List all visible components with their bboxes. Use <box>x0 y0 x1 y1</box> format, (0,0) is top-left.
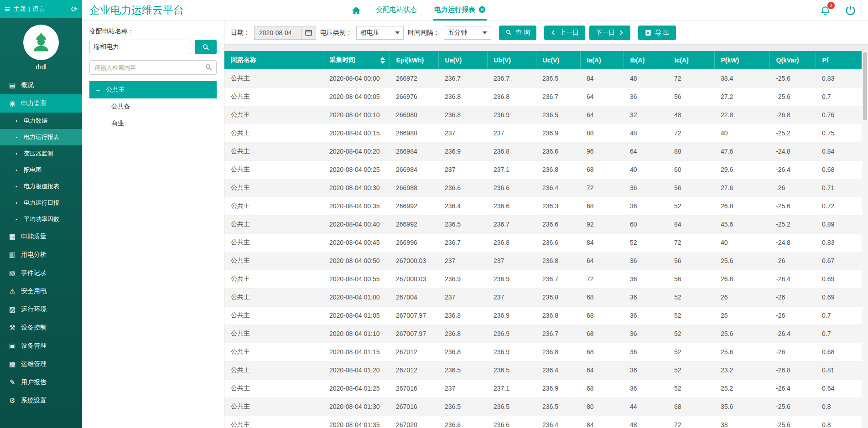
logout-button[interactable] <box>845 5 856 16</box>
sidebar-item[interactable]: ▦ 电能质量 <box>0 227 82 246</box>
column-header[interactable]: Ua(V) <box>438 51 487 69</box>
notifications-button[interactable]: 3 <box>820 5 831 16</box>
table-row[interactable]: 公共主 2020-08-04 00:30 266988 236.6 236.6 … <box>224 179 862 197</box>
table-row[interactable]: 公共主 2020-08-04 01:35 267020 236.6 236.6 … <box>224 416 862 428</box>
table-row[interactable]: 公共主 2020-08-04 00:15 266980 237 237 236.… <box>224 124 862 142</box>
column-header-label: Ic(A) <box>675 57 689 64</box>
safe-electricity-icon: ⚠ <box>8 287 16 295</box>
tab[interactable]: 变配电站状态 <box>375 0 418 21</box>
table-row[interactable]: 公共主 2020-08-04 00:45 266996 236.7 236.8 … <box>224 233 862 252</box>
table-row[interactable]: 公共主 2020-08-04 01:05 267007.97 236.8 236… <box>224 306 862 325</box>
vertical-scrollbar[interactable] <box>862 51 868 428</box>
sidebar-item[interactable]: • 电力运行报表 <box>0 129 82 145</box>
tree-node-child[interactable]: 公共备 <box>89 98 217 115</box>
sidebar-item[interactable]: ▤ 概况 <box>0 76 82 94</box>
table-row[interactable]: 公共主 2020-08-04 01:25 267016 237 237.1 23… <box>224 379 862 397</box>
table-row[interactable]: 公共主 2020-08-04 01:20 267012 236.5 236.5 … <box>224 361 862 379</box>
interval-select[interactable]: 五分钟 <box>444 26 491 40</box>
cell-ub: 236.8 <box>487 233 536 252</box>
sidebar-item[interactable]: ⚒ 设备控制 <box>0 319 82 337</box>
sidebar-item[interactable]: • 电力运行日报 <box>0 195 82 211</box>
tree-filter-input[interactable] <box>89 60 217 75</box>
next-day-button[interactable]: 下一日 <box>589 26 630 40</box>
cell-ia: 72 <box>580 270 624 288</box>
sidebar-item[interactable]: ◉ 电力监测 <box>0 94 82 113</box>
cell-epi: 267000.03 <box>390 270 438 288</box>
cell-ub: 236.7 <box>487 69 536 88</box>
sidebar-item[interactable]: ✎ 用户报告 <box>0 373 82 392</box>
tree-node-child[interactable]: 商业 <box>89 115 217 132</box>
table-row[interactable]: 公共主 2020-08-04 00:25 266984 237 237.1 23… <box>224 160 862 179</box>
station-search-button[interactable] <box>195 40 217 54</box>
table-row[interactable]: 公共主 2020-08-04 00:20 266984 236.9 236.8 … <box>224 142 862 160</box>
column-header-label: Pf <box>822 57 829 64</box>
collapse-icon[interactable]: − <box>95 86 101 94</box>
voltage-type-select[interactable]: 相电压 <box>356 26 404 40</box>
cell-uc: 236.7 <box>536 325 580 343</box>
tree-node-root[interactable]: − 公共主 <box>89 81 217 98</box>
cell-time: 2020-08-04 00:10 <box>323 106 390 124</box>
column-header[interactable]: Epi(kWh) <box>390 51 438 69</box>
filter-search-icon[interactable] <box>205 63 213 72</box>
table-row[interactable]: 公共主 2020-08-04 00:40 266992 236.5 236.7 … <box>224 215 862 233</box>
table-row[interactable]: 公共主 2020-08-04 01:15 267012 236.8 236.9 … <box>224 343 862 361</box>
sidebar-item[interactable]: • 电力数据 <box>0 113 82 129</box>
table-row[interactable]: 公共主 2020-08-04 00:10 266980 236.8 236.9 … <box>224 106 862 124</box>
column-header[interactable]: Uc(V) <box>536 51 580 69</box>
query-button[interactable]: 查 询 <box>499 26 536 40</box>
sidebar-item[interactable]: • 电力极值报表 <box>0 178 82 195</box>
table-row[interactable]: 公共主 2020-08-04 00:50 267000.03 237 237 2… <box>224 252 862 270</box>
table-row[interactable]: 公共主 2020-08-04 00:35 266992 236.4 236.6 … <box>224 197 862 215</box>
column-header[interactable]: Q(kVar) <box>769 51 816 69</box>
table-row[interactable]: 公共主 2020-08-04 00:00 266972 236.7 236.7 … <box>224 69 862 88</box>
sidebar-item[interactable]: • 配电图 <box>0 162 82 178</box>
column-header[interactable]: Pf <box>816 51 862 69</box>
sidebar-item-label: 电力数据 <box>24 117 47 125</box>
cell-time: 2020-08-04 00:50 <box>323 252 390 270</box>
column-header[interactable]: 回路名称 <box>224 51 323 69</box>
table-row[interactable]: 公共主 2020-08-04 00:05 266976 236.8 236.8 … <box>224 88 862 106</box>
cell-ib: 36 <box>624 361 668 379</box>
column-header[interactable]: Ub(V) <box>487 51 536 69</box>
cell-ib: 52 <box>624 233 668 252</box>
tab[interactable]: 电力运行报表 <box>433 0 487 21</box>
home-button[interactable] <box>351 0 361 21</box>
sidebar-item[interactable]: ⚠ 安全用电 <box>0 282 82 300</box>
sidebar-item[interactable]: ▩ 运维管理 <box>0 355 82 373</box>
prev-day-button[interactable]: 上一日 <box>544 26 585 40</box>
table-row[interactable]: 公共主 2020-08-04 01:30 267016 236.5 236.5 … <box>224 397 862 416</box>
column-header[interactable]: Ib(A) <box>624 51 668 69</box>
cell-pf: 0.71 <box>816 179 862 197</box>
sidebar-item[interactable]: ▣ 设备管理 <box>0 337 82 355</box>
table-row[interactable]: 公共主 2020-08-04 01:00 267004 237 237 236.… <box>224 288 862 306</box>
calendar-button[interactable] <box>301 26 316 40</box>
sidebar-item[interactable]: ▥ 用电分析 <box>0 246 82 264</box>
sort-icon[interactable] <box>380 57 385 64</box>
column-header-label: Q(kVar) <box>776 57 799 64</box>
sidebar-item[interactable]: • 变压器监测 <box>0 145 82 162</box>
avatar[interactable] <box>23 25 59 60</box>
sidebar-item[interactable]: ▧ 事件记录 <box>0 264 82 282</box>
export-button[interactable]: 导 出 <box>638 26 676 40</box>
tree-root-label: 公共主 <box>106 86 125 94</box>
chevron-right-icon <box>618 30 624 36</box>
cell-epi: 266984 <box>390 160 438 179</box>
sidebar-item[interactable]: ▨ 运行环境 <box>0 300 82 319</box>
station-tree: − 公共主 公共备 商业 <box>89 81 217 132</box>
hamburger-menu-icon[interactable]: ≡ <box>5 5 10 14</box>
date-input[interactable]: 2020-08-04 <box>254 26 301 40</box>
station-name-input[interactable] <box>89 40 191 54</box>
scrollbar-thumb[interactable] <box>863 52 867 120</box>
sidebar-item[interactable]: ⚙ 系统设置 <box>0 392 82 410</box>
tab-close-icon[interactable] <box>478 6 486 13</box>
table-row[interactable]: 公共主 2020-08-04 01:10 267007.97 236.8 236… <box>224 325 862 343</box>
column-header[interactable]: Ic(A) <box>668 51 714 69</box>
column-header[interactable]: 采集时间 <box>323 51 390 69</box>
cell-pf: 0.7 <box>816 306 862 325</box>
theme-language-label[interactable]: 主题 | 语言 <box>14 5 68 13</box>
refresh-icon[interactable]: ⟳ <box>71 5 78 13</box>
column-header[interactable]: P(kW) <box>714 51 769 69</box>
table-row[interactable]: 公共主 2020-08-04 00:55 267000.03 236.9 236… <box>224 270 862 288</box>
sidebar-item[interactable]: • 平均功率因数 <box>0 211 82 227</box>
column-header[interactable]: Ia(A) <box>580 51 624 69</box>
